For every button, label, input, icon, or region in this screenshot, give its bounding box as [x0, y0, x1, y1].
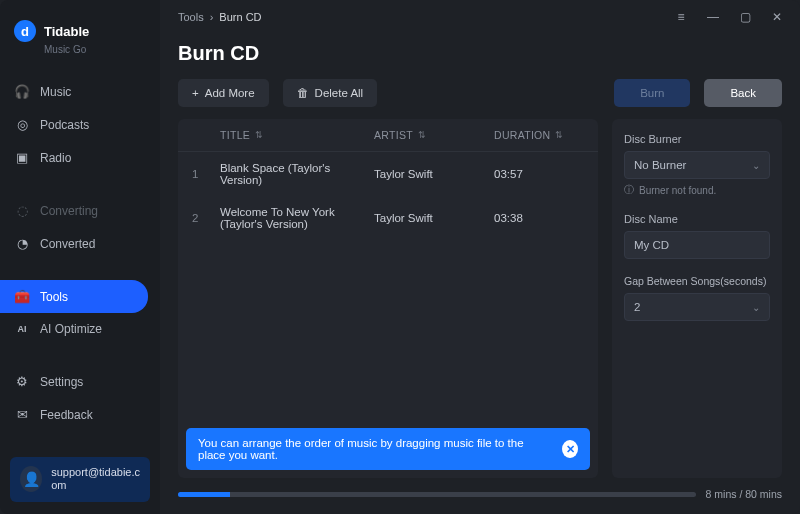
sidebar-item-converting[interactable]: ◌ Converting	[0, 194, 160, 227]
sidebar-item-label: Music	[40, 85, 71, 99]
sort-icon: ⇅	[418, 130, 426, 140]
breadcrumb-item[interactable]: Tools	[178, 11, 204, 23]
sidebar: d Tidable Music Go 🎧 Music ◎ Podcasts ▣ …	[0, 0, 160, 514]
burner-helper: ⓘ Burner not found.	[624, 183, 770, 197]
brand-logo: d	[14, 20, 36, 42]
clock-icon: ◔	[14, 236, 30, 251]
headphones-icon: 🎧	[14, 84, 30, 99]
close-icon[interactable]: ✕	[562, 440, 578, 458]
sidebar-item-label: Converted	[40, 237, 95, 251]
sidebar-item-settings[interactable]: ⚙ Settings	[0, 365, 160, 398]
sidebar-item-label: Converting	[40, 204, 98, 218]
disc-burner-label: Disc Burner	[624, 133, 770, 145]
track-duration: 03:57	[494, 168, 584, 180]
spinner-icon: ◌	[14, 203, 30, 218]
tools-icon: 🧰	[14, 289, 30, 304]
capacity-progress	[178, 492, 696, 497]
brand-subtitle: Music Go	[0, 44, 160, 55]
support-email: support@tidabie.com	[51, 466, 140, 494]
nav-group-convert: ◌ Converting ◔ Converted	[0, 194, 160, 260]
hint-text: You can arrange the order of music by dr…	[198, 437, 552, 461]
nav-group-tools: 🧰 Tools AI AI Optimize	[0, 280, 160, 345]
radio-icon: ▣	[14, 150, 30, 165]
bottom-bar: 8 mins / 80 mins	[160, 478, 800, 514]
add-more-button[interactable]: + Add More	[178, 79, 269, 107]
chevron-down-icon: ⌄	[752, 160, 760, 171]
close-button[interactable]: ✕	[768, 10, 786, 24]
disc-burner-select[interactable]: No Burner ⌄	[624, 151, 770, 179]
disc-name-input[interactable]: My CD	[624, 231, 770, 259]
disc-settings-panel: Disc Burner No Burner ⌄ ⓘ Burner not fou…	[612, 119, 782, 478]
menu-icon[interactable]: ≡	[672, 10, 690, 24]
info-icon: ⓘ	[624, 183, 634, 197]
brand-name: Tidable	[44, 24, 89, 39]
titlebar: Tools › Burn CD ≡ — ▢ ✕	[160, 0, 800, 28]
chevron-down-icon: ⌄	[752, 302, 760, 313]
track-table: TITLE⇅ ARTIST⇅ DURATION⇅ 1 Blank Space (…	[178, 119, 598, 478]
ai-icon: AI	[14, 324, 30, 334]
sidebar-item-label: Feedback	[40, 408, 93, 422]
back-button[interactable]: Back	[704, 79, 782, 107]
sidebar-item-podcasts[interactable]: ◎ Podcasts	[0, 108, 160, 141]
sidebar-item-converted[interactable]: ◔ Converted	[0, 227, 160, 260]
breadcrumb: Tools › Burn CD	[178, 11, 262, 23]
col-artist[interactable]: ARTIST⇅	[374, 129, 494, 141]
sidebar-item-label: Tools	[40, 290, 68, 304]
maximize-button[interactable]: ▢	[736, 10, 754, 24]
track-artist: Taylor Swift	[374, 168, 494, 180]
main: Tools › Burn CD ≡ — ▢ ✕ Burn CD + Add Mo…	[160, 0, 800, 514]
minimize-button[interactable]: —	[704, 10, 722, 24]
brand-row: d Tidable	[0, 10, 160, 46]
gap-select[interactable]: 2 ⌄	[624, 293, 770, 321]
col-duration[interactable]: DURATION⇅	[494, 129, 584, 141]
sidebar-item-ai-optimize[interactable]: AI AI Optimize	[0, 313, 160, 345]
gap-label: Gap Between Songs(seconds)	[624, 275, 770, 287]
table-row[interactable]: 1 Blank Space (Taylor's Version) Taylor …	[178, 152, 598, 196]
podcast-icon: ◎	[14, 117, 30, 132]
hint-banner: You can arrange the order of music by dr…	[186, 428, 590, 470]
sidebar-item-label: Radio	[40, 151, 71, 165]
nav-group-misc: ⚙ Settings ✉ Feedback	[0, 365, 160, 431]
capacity-label: 8 mins / 80 mins	[706, 488, 782, 500]
sort-icon: ⇅	[255, 130, 263, 140]
chevron-right-icon: ›	[210, 11, 214, 23]
gear-icon: ⚙	[14, 374, 30, 389]
sidebar-item-label: Podcasts	[40, 118, 89, 132]
track-artist: Taylor Swift	[374, 212, 494, 224]
sidebar-item-feedback[interactable]: ✉ Feedback	[0, 398, 160, 431]
delete-all-button[interactable]: 🗑 Delete All	[283, 79, 378, 107]
sidebar-item-label: AI Optimize	[40, 322, 102, 336]
plus-icon: +	[192, 87, 199, 99]
sidebar-item-tools[interactable]: 🧰 Tools	[0, 280, 148, 313]
table-body: 1 Blank Space (Taylor's Version) Taylor …	[178, 152, 598, 420]
col-title[interactable]: TITLE⇅	[220, 129, 374, 141]
page-title: Burn CD	[160, 28, 800, 79]
burn-button[interactable]: Burn	[614, 79, 690, 107]
sort-icon: ⇅	[555, 130, 563, 140]
track-title: Welcome To New York (Taylor's Version)	[220, 206, 374, 230]
nav-group-library: 🎧 Music ◎ Podcasts ▣ Radio	[0, 75, 160, 174]
avatar-icon: 👤	[20, 466, 42, 492]
toolbar: + Add More 🗑 Delete All Burn Back	[160, 79, 800, 119]
breadcrumb-item: Burn CD	[219, 11, 261, 23]
table-header: TITLE⇅ ARTIST⇅ DURATION⇅	[178, 119, 598, 152]
track-title: Blank Space (Taylor's Version)	[220, 162, 374, 186]
envelope-icon: ✉	[14, 407, 30, 422]
sidebar-item-music[interactable]: 🎧 Music	[0, 75, 160, 108]
sidebar-item-radio[interactable]: ▣ Radio	[0, 141, 160, 174]
support-card[interactable]: 👤 support@tidabie.com	[10, 457, 150, 503]
disc-name-label: Disc Name	[624, 213, 770, 225]
trash-icon: 🗑	[297, 87, 309, 99]
track-duration: 03:38	[494, 212, 584, 224]
sidebar-item-label: Settings	[40, 375, 83, 389]
progress-fill	[178, 492, 230, 497]
table-row[interactable]: 2 Welcome To New York (Taylor's Version)…	[178, 196, 598, 240]
